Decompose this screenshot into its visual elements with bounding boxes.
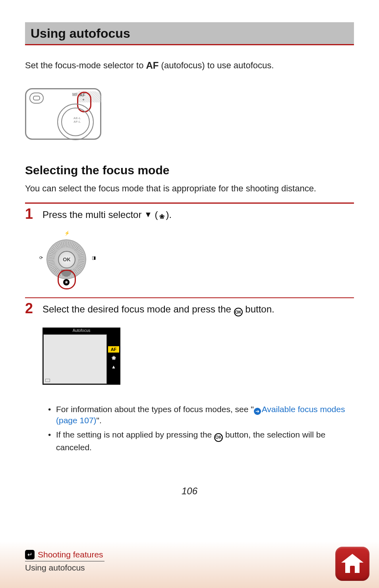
focus-selector-diagram: MF AF AE-LAF-L <box>25 88 101 140</box>
notes-section: • For information about the types of foc… <box>48 404 354 453</box>
menu-item-af: AF <box>108 346 119 353</box>
ok-button-icon: OK <box>234 308 243 316</box>
section-description: You can select the focus mode that is ap… <box>25 183 354 194</box>
multi-selector-figure: ⚡ ⟳ ◨ OK ❀ <box>43 231 92 286</box>
step2-number: 2 <box>25 301 43 316</box>
macro-icon: ❀ <box>158 213 166 221</box>
intro-text: Set the focus-mode selector to AF (autof… <box>25 59 354 72</box>
home-icon <box>342 554 363 574</box>
page-title: Using autofocus <box>25 22 354 45</box>
note-2: • If the setting is not applied by press… <box>48 429 354 453</box>
menu-item-macro-icon: ❀ <box>108 354 119 362</box>
breadcrumb-section-link[interactable]: ↵ Shooting features <box>25 550 104 561</box>
screen-title: Autofocus <box>43 328 120 334</box>
page-number: 106 <box>0 486 379 497</box>
step2-text: Select the desired focus mode and press … <box>43 301 275 316</box>
diagram-shutter <box>29 93 44 104</box>
step1-row: 1 Press the multi selector ▼ (❀). <box>25 207 354 221</box>
intro-before: Set the focus-mode selector to <box>25 60 146 70</box>
home-button[interactable] <box>335 547 369 581</box>
af-label-bold: AF <box>146 60 159 71</box>
back-icon: ↵ <box>25 550 35 559</box>
step1-number: 1 <box>25 207 43 221</box>
dial-left-icon: ⟳ <box>39 255 43 260</box>
menu-item-mountain-icon: ▲ <box>108 363 119 370</box>
intro-after: (autofocus) to use autofocus. <box>159 60 274 70</box>
bullet-icon: • <box>48 429 56 453</box>
lcd-screen-preview: Autofocus AF ❀ ▲ <box>43 328 120 385</box>
note-1: • For information about the types of foc… <box>48 404 354 426</box>
diagram-ael-label: AE-LAF-L <box>72 116 82 123</box>
screen-main-area <box>43 334 107 384</box>
ok-button-icon: OK <box>214 433 223 442</box>
breadcrumb-section-label: Shooting features <box>38 550 103 559</box>
link-arrow-icon[interactable]: ➜ <box>254 408 261 415</box>
step1-text: Press the multi selector ▼ (❀). <box>43 207 172 221</box>
bullet-icon: • <box>48 404 56 426</box>
page-footer: ↵ Shooting features Using autofocus <box>0 541 379 588</box>
dial-top-icon: ⚡ <box>64 231 70 236</box>
breadcrumb-page-label: Using autofocus <box>25 563 354 573</box>
down-arrow-icon: ▼ <box>144 210 152 219</box>
dial-right-icon: ◨ <box>92 255 96 260</box>
section-subheading: Selecting the focus mode <box>25 164 354 177</box>
dial-ok-button: OK <box>58 251 75 268</box>
screen-card-icon <box>45 379 50 382</box>
step2-row: 2 Select the desired focus mode and pres… <box>25 301 354 316</box>
step2-divider <box>25 297 354 298</box>
screen-side-menu: AF ❀ ▲ <box>107 334 120 385</box>
dial-down-highlight <box>58 270 76 289</box>
step1-divider <box>25 202 354 204</box>
